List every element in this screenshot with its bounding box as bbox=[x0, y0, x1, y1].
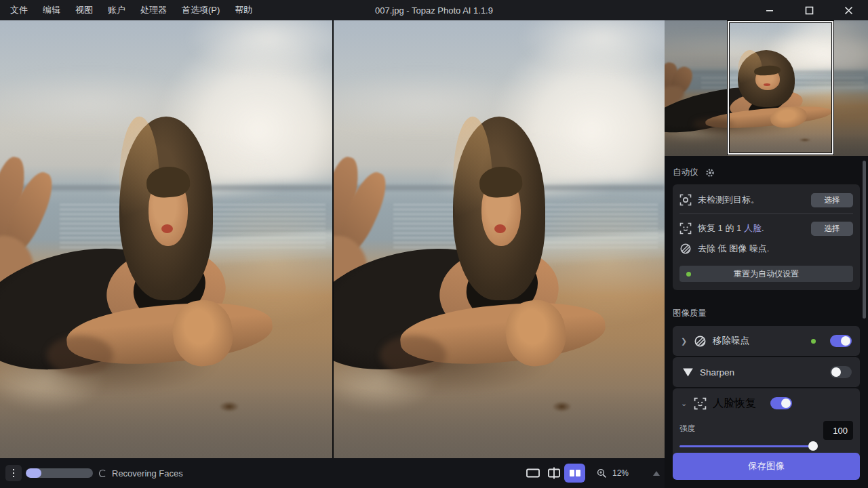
autopilot-heading: 自动仪 bbox=[673, 167, 698, 178]
figure-shadow bbox=[47, 336, 113, 375]
minimize-icon bbox=[766, 6, 774, 14]
photo-pane-before[interactable] bbox=[0, 20, 332, 458]
figure-lips bbox=[161, 224, 173, 233]
face-link[interactable]: 人脸 bbox=[744, 223, 762, 233]
topaz-photo-ai-window: 文件 编辑 视图 账户 处理器 首选项(P) 帮助 007.jpg - Topa… bbox=[0, 0, 868, 488]
noise-removal-text: 去除 低 图像 噪点. bbox=[698, 243, 769, 255]
figure-shadow bbox=[380, 336, 446, 375]
noise-removal-row: 去除 低 图像 噪点. bbox=[679, 239, 853, 259]
view-side-by-side-button[interactable] bbox=[564, 464, 585, 483]
zoom-in-icon bbox=[597, 468, 607, 479]
chevron-right-icon[interactable]: ❯ bbox=[681, 337, 688, 346]
noise-icon bbox=[679, 243, 692, 255]
sand-foreground bbox=[0, 388, 332, 458]
menu-account[interactable]: 账户 bbox=[100, 0, 133, 20]
reset-autopilot-button[interactable]: 重置为自动仪设置 bbox=[679, 266, 853, 282]
view-mode-group bbox=[522, 464, 585, 483]
face-recovery-toggle[interactable] bbox=[770, 397, 792, 409]
zoom-control[interactable]: 12% bbox=[591, 464, 665, 483]
close-button[interactable] bbox=[829, 0, 868, 20]
status-bar: Recovering Faces 12% bbox=[0, 458, 665, 488]
menu-processor[interactable]: 处理器 bbox=[133, 0, 174, 20]
progress-bar bbox=[26, 468, 93, 478]
subject-detect-icon bbox=[679, 194, 692, 206]
single-view-icon bbox=[526, 468, 540, 478]
beach-photo bbox=[334, 20, 665, 458]
subject-detect-row: 未检测到目标。 选择 bbox=[679, 190, 853, 210]
seaweed bbox=[552, 401, 572, 412]
remove-noise-panel[interactable]: ❯ 移除噪点 bbox=[673, 326, 860, 356]
subject-detect-text: 未检测到目标。 bbox=[698, 194, 760, 206]
face-detect-icon bbox=[679, 222, 692, 235]
close-icon bbox=[844, 6, 853, 15]
titlebar: 文件 编辑 视图 账户 处理器 首选项(P) 帮助 007.jpg - Topa… bbox=[0, 0, 868, 20]
sand-foreground bbox=[334, 388, 665, 458]
save-image-button[interactable]: 保存图像 bbox=[673, 453, 860, 480]
zoom-menu-arrow-icon[interactable] bbox=[653, 471, 660, 476]
autopilot-panel: 未检测到目标。 选择 恢复 1 的 1 人脸. 选择 去除 低 图像 噪点. 重… bbox=[673, 184, 860, 290]
cloud-layer bbox=[186, 20, 332, 73]
navigator-viewport[interactable] bbox=[728, 21, 833, 155]
maximize-button[interactable] bbox=[789, 0, 829, 20]
figure-lips bbox=[494, 224, 506, 233]
progress-fill bbox=[26, 468, 41, 478]
menu-preferences[interactable]: 首选项(P) bbox=[174, 0, 227, 20]
status-text: Recovering Faces bbox=[112, 468, 183, 479]
more-menu-button[interactable] bbox=[5, 465, 22, 481]
sidebar-content: 自动仪 未检测到目标。 选择 恢复 1 的 1 人脸. 选择 去 bbox=[665, 156, 868, 488]
loading-spinner-icon bbox=[99, 470, 106, 477]
quality-heading-row: 图像质量 bbox=[673, 308, 860, 319]
face-detect-row: 恢复 1 的 1 人脸. 选择 bbox=[679, 218, 853, 239]
photo-pane-after[interactable] bbox=[334, 20, 665, 458]
autopilot-heading-row: 自动仪 bbox=[673, 167, 860, 178]
menu-view[interactable]: 视图 bbox=[68, 0, 100, 20]
image-canvas[interactable] bbox=[0, 20, 665, 458]
split-view-icon bbox=[547, 467, 561, 479]
strength-slider-fill bbox=[679, 445, 815, 447]
sharpen-panel[interactable]: Sharpen bbox=[673, 357, 860, 387]
autopilot-green-dot bbox=[686, 272, 691, 277]
sharpen-icon bbox=[682, 367, 694, 378]
divider bbox=[679, 214, 853, 214]
gear-icon[interactable] bbox=[705, 168, 715, 178]
subject-select-button[interactable]: 选择 bbox=[811, 193, 853, 207]
auto-applied-dot bbox=[811, 339, 816, 344]
view-split-button[interactable] bbox=[543, 464, 564, 483]
view-single-button[interactable] bbox=[522, 464, 543, 483]
minimize-button[interactable] bbox=[750, 0, 789, 20]
face-select-button-autopilot[interactable]: 选择 bbox=[811, 222, 853, 236]
quality-heading: 图像质量 bbox=[673, 308, 707, 319]
face-recovery-icon bbox=[694, 397, 707, 410]
slider-knob[interactable] bbox=[808, 441, 818, 451]
beach-photo bbox=[0, 20, 332, 458]
strength-label: 强度 bbox=[679, 424, 695, 434]
chevron-down-icon[interactable]: ⌄ bbox=[681, 399, 688, 408]
strength-slider[interactable] bbox=[679, 441, 818, 451]
window-controls bbox=[750, 0, 868, 20]
navigator-dim-right bbox=[833, 20, 868, 156]
strength-value[interactable]: 100 bbox=[823, 421, 853, 440]
sidebar: 自动仪 未检测到目标。 选择 恢复 1 的 1 人脸. 选择 去 bbox=[665, 20, 868, 488]
sharpen-label: Sharpen bbox=[700, 367, 734, 378]
remove-noise-label: 移除噪点 bbox=[713, 335, 749, 347]
maximize-icon bbox=[805, 6, 814, 15]
noise-icon bbox=[694, 335, 707, 348]
navigator-preview[interactable] bbox=[665, 20, 868, 156]
face-recovery-header[interactable]: ⌄ 人脸恢复 bbox=[673, 388, 860, 418]
cloud-layer bbox=[519, 20, 665, 73]
menu-edit[interactable]: 编辑 bbox=[35, 0, 68, 20]
menu-help[interactable]: 帮助 bbox=[227, 0, 260, 20]
zoom-level: 12% bbox=[612, 468, 629, 478]
menu-bar: 文件 编辑 视图 账户 处理器 首选项(P) 帮助 bbox=[0, 0, 260, 20]
menu-file[interactable]: 文件 bbox=[3, 0, 35, 20]
face-detect-text: 恢复 1 的 1 人脸. bbox=[698, 222, 764, 235]
seaweed bbox=[219, 401, 239, 412]
side-by-side-view-icon bbox=[569, 469, 581, 477]
sharpen-toggle[interactable] bbox=[830, 366, 852, 378]
navigator-dim-left bbox=[665, 20, 728, 156]
remove-noise-toggle[interactable] bbox=[830, 335, 852, 347]
sidebar-scrollbar[interactable] bbox=[863, 161, 866, 319]
face-recovery-label: 人脸恢复 bbox=[713, 396, 756, 411]
